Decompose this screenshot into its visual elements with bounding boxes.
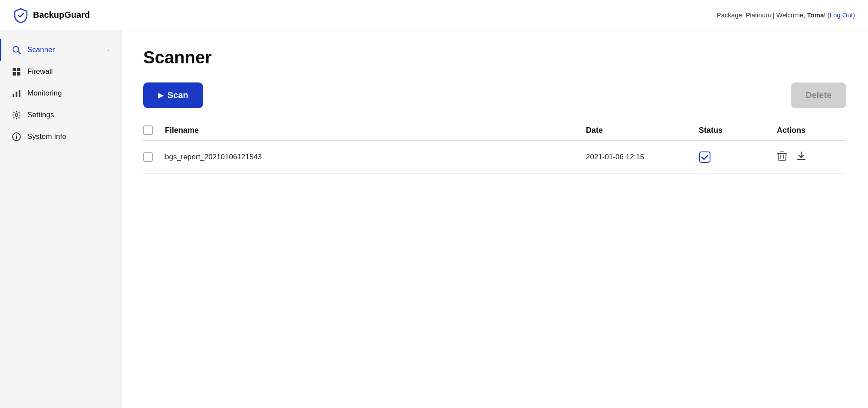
delete-button[interactable]: Delete xyxy=(791,82,846,108)
svg-rect-13 xyxy=(700,152,710,162)
row-date: 2021-01-06 12:15 xyxy=(586,153,699,161)
col-status: Status xyxy=(699,126,777,135)
info-circle-icon xyxy=(12,132,21,141)
page-title: Scanner xyxy=(143,48,846,67)
svg-point-12 xyxy=(16,135,17,135)
svg-point-9 xyxy=(15,114,18,116)
sidebar-item-system-info[interactable]: System Info xyxy=(0,126,121,148)
svg-line-1 xyxy=(18,52,21,54)
svg-rect-3 xyxy=(17,68,20,71)
scan-button[interactable]: ▶ Scan xyxy=(143,82,203,108)
play-icon: ▶ xyxy=(158,91,163,99)
svg-rect-7 xyxy=(16,92,17,97)
username: Toma xyxy=(807,11,824,19)
header-checkbox-col xyxy=(143,125,165,135)
sidebar-item-monitoring-label: Monitoring xyxy=(27,89,62,98)
bar-chart-icon xyxy=(12,89,21,98)
sidebar-item-scanner-label: Scanner xyxy=(27,46,55,54)
main-content: Scanner ▶ Scan Delete Filename Date Stat… xyxy=(122,30,868,408)
row-checkbox[interactable] xyxy=(143,152,153,162)
col-filename: Filename xyxy=(165,126,586,135)
table-header: Filename Date Status Actions xyxy=(143,121,846,141)
col-actions: Actions xyxy=(777,126,846,135)
header-right: Package: Platinum | Welcome, Toma! (Log … xyxy=(717,11,855,19)
layout: Scanner → Firewall Mo xyxy=(0,30,868,408)
sidebar-item-firewall[interactable]: Firewall xyxy=(0,61,121,82)
row-actions xyxy=(777,151,846,164)
svg-rect-14 xyxy=(778,153,786,160)
toolbar: ▶ Scan Delete xyxy=(143,82,846,108)
scan-table: Filename Date Status Actions bgs_report_… xyxy=(143,121,846,174)
username-suffix: ! ( xyxy=(824,11,829,19)
sidebar-item-settings-label: Settings xyxy=(27,111,54,119)
search-icon xyxy=(12,45,21,55)
package-info: Package: Platinum | Welcome, xyxy=(717,11,807,19)
delete-button-label: Delete xyxy=(806,90,832,100)
header-checkbox[interactable] xyxy=(143,125,153,135)
logout-link[interactable]: Log Out xyxy=(830,11,853,19)
logo-text: BackupGuard xyxy=(33,10,90,20)
action-icons xyxy=(777,151,846,164)
status-completed-icon xyxy=(699,151,777,163)
download-row-icon[interactable] xyxy=(796,151,806,164)
row-filename: bgs_report_20210106121543 xyxy=(165,153,586,161)
table-row: bgs_report_20210106121543 2021-01-06 12:… xyxy=(143,141,846,174)
col-date: Date xyxy=(586,126,699,135)
sidebar-arrow-icon: → xyxy=(105,46,111,53)
svg-rect-2 xyxy=(13,68,16,71)
svg-rect-6 xyxy=(13,94,14,97)
header: BackupGuard Package: Platinum | Welcome,… xyxy=(0,0,868,30)
delete-row-icon[interactable] xyxy=(777,151,787,164)
row-checkbox-col xyxy=(143,152,165,162)
svg-rect-5 xyxy=(17,72,20,76)
svg-rect-4 xyxy=(13,72,16,76)
grid-icon xyxy=(12,67,21,76)
sidebar-item-firewall-label: Firewall xyxy=(27,67,53,76)
logo-icon xyxy=(13,7,29,23)
sidebar-item-monitoring[interactable]: Monitoring xyxy=(0,82,121,104)
gear-icon xyxy=(12,110,21,120)
sidebar-item-settings[interactable]: Settings xyxy=(0,104,121,126)
scan-button-label: Scan xyxy=(168,90,188,100)
sidebar-item-scanner[interactable]: Scanner → xyxy=(0,39,121,61)
logo: BackupGuard xyxy=(13,7,90,23)
row-status xyxy=(699,151,777,163)
sidebar: Scanner → Firewall Mo xyxy=(0,30,122,408)
sidebar-item-system-info-label: System Info xyxy=(27,132,66,141)
svg-rect-8 xyxy=(19,90,20,97)
